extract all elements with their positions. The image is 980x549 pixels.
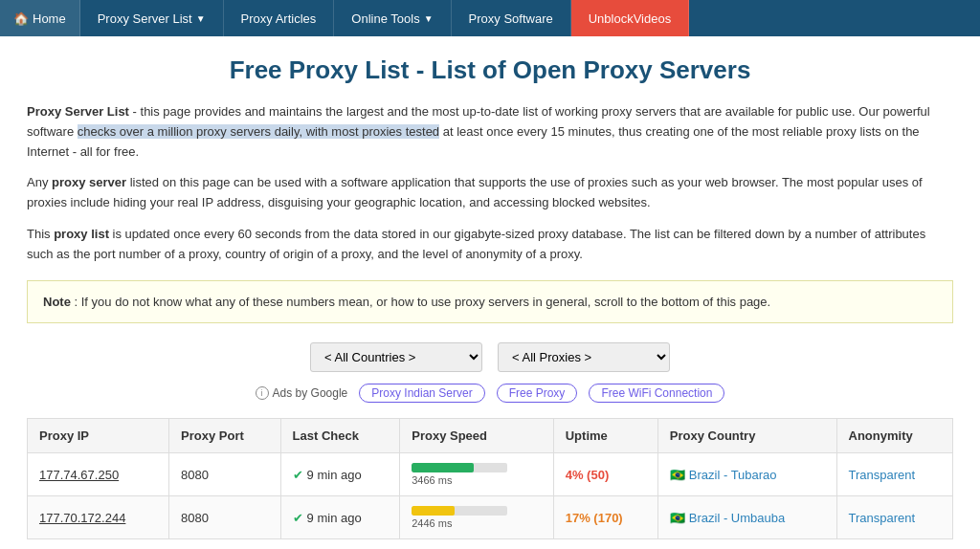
cell-country: 🇧🇷Brazil - Tubarao xyxy=(657,453,836,496)
intro-paragraph-2: Any proxy server listed on this page can… xyxy=(27,173,953,213)
ads-row: i Ads by Google Proxy Indian Server Free… xyxy=(27,384,953,403)
ad-link-free-wifi[interactable]: Free WiFi Connection xyxy=(589,384,724,403)
note-text: : If you do not know what any of these n… xyxy=(75,295,771,309)
speed-bar-fill xyxy=(412,506,455,516)
cell-ip: 177.74.67.250 xyxy=(28,453,169,496)
ip-link[interactable]: 177.70.172.244 xyxy=(39,511,125,525)
nav-online-tools-label: Online Tools xyxy=(351,11,419,26)
intro-2-post: listed on this page can be used with a s… xyxy=(27,175,923,209)
country-flag: 🇧🇷 xyxy=(670,511,685,525)
intro-1-bold: Proxy Server List xyxy=(27,104,129,119)
proxy-table: Proxy IP Proxy Port Last Check Proxy Spe… xyxy=(27,418,953,539)
speed-label: 2446 ms xyxy=(412,517,541,529)
ip-link[interactable]: 177.74.67.250 xyxy=(39,468,119,482)
cell-country: 🇧🇷Brazil - Umbauba xyxy=(657,496,836,539)
intro-paragraph-1: Proxy Server List - this page provides a… xyxy=(27,102,953,162)
nav-online-tools[interactable]: Online Tools ▼ xyxy=(334,0,451,36)
nav-proxy-software-label: Proxy Software xyxy=(469,11,553,26)
table-header: Proxy IP Proxy Port Last Check Proxy Spe… xyxy=(28,419,953,453)
nav-proxy-server-list-label: Proxy Server List xyxy=(98,11,192,26)
th-anonymity: Anonymity xyxy=(836,419,952,453)
cell-anonymity: Transparent xyxy=(836,453,952,496)
table-row: 177.70.172.2448080✔9 min ago 2446 ms 17%… xyxy=(28,496,953,539)
note-box: Note : If you do not know what any of th… xyxy=(27,280,953,324)
nav-proxy-server-list[interactable]: Proxy Server List ▼ xyxy=(80,0,224,36)
ad-link-free-proxy[interactable]: Free Proxy xyxy=(497,384,578,403)
anonymity-link[interactable]: Transparent xyxy=(849,468,916,482)
info-icon: i xyxy=(256,386,269,400)
page-title: Free Proxy List - List of Open Proxy Ser… xyxy=(27,55,953,85)
anonymity-link[interactable]: Transparent xyxy=(849,511,916,525)
speed-bar-bg xyxy=(412,463,507,472)
country-flag: 🇧🇷 xyxy=(670,468,685,482)
table-row: 177.74.67.2508080✔9 min ago 3466 ms 4% (… xyxy=(28,453,953,496)
speed-bar-bg xyxy=(412,506,507,516)
intro-paragraph-3: This proxy list is updated once every 60… xyxy=(27,225,953,265)
ads-label: i Ads by Google xyxy=(256,386,348,400)
checkmark-icon: ✔ xyxy=(293,468,303,482)
chevron-down-icon: ▼ xyxy=(196,13,206,24)
nav-home[interactable]: 🏠 Home xyxy=(0,0,80,36)
cell-speed: 2446 ms xyxy=(400,496,553,539)
speed-label: 3466 ms xyxy=(412,474,541,486)
country-filter[interactable]: < All Countries > United States Brazil I… xyxy=(310,342,482,372)
chevron-down-icon-2: ▼ xyxy=(424,13,434,24)
ad-link-proxy-indian-server[interactable]: Proxy Indian Server xyxy=(359,384,484,403)
cell-speed: 3466 ms xyxy=(400,453,553,496)
proxy-type-filter[interactable]: < All Proxies > Transparent Anonymous El… xyxy=(498,342,670,372)
cell-last-check: ✔9 min ago xyxy=(280,453,400,496)
speed-bar-wrap: 2446 ms xyxy=(412,506,541,529)
nav-proxy-articles-label: Proxy Articles xyxy=(241,11,317,26)
nav-home-label: Home xyxy=(33,11,66,26)
cell-port: 8080 xyxy=(169,496,281,539)
intro-3-pre: This xyxy=(27,227,54,241)
main-nav: 🏠 Home Proxy Server List ▼ Proxy Article… xyxy=(0,0,980,36)
nav-unblock-videos[interactable]: UnblockVideos xyxy=(571,0,689,36)
nav-proxy-software[interactable]: Proxy Software xyxy=(452,0,571,36)
proxy-table-body: 177.74.67.2508080✔9 min ago 3466 ms 4% (… xyxy=(28,453,953,539)
country-link[interactable]: Brazil - Umbauba xyxy=(689,511,785,525)
th-uptime: Uptime xyxy=(553,419,657,453)
speed-bar-wrap: 3466 ms xyxy=(412,463,541,486)
table-header-row: Proxy IP Proxy Port Last Check Proxy Spe… xyxy=(28,419,953,453)
main-content: Free Proxy List - List of Open Proxy Ser… xyxy=(11,36,969,549)
th-proxy-country: Proxy Country xyxy=(657,419,836,453)
intro-2-pre: Any xyxy=(27,175,52,189)
nav-unblock-videos-label: UnblockVideos xyxy=(589,11,671,26)
home-icon: 🏠 xyxy=(13,11,29,26)
uptime-value: 4% (50) xyxy=(566,468,610,482)
th-proxy-speed: Proxy Speed xyxy=(400,419,553,453)
nav-proxy-articles[interactable]: Proxy Articles xyxy=(224,0,335,36)
cell-last-check: ✔9 min ago xyxy=(280,496,400,539)
ads-by-google-text: Ads by Google xyxy=(273,386,348,400)
cell-uptime: 17% (170) xyxy=(553,496,657,539)
th-last-check: Last Check xyxy=(280,419,400,453)
filter-row: < All Countries > United States Brazil I… xyxy=(27,342,953,372)
th-proxy-ip: Proxy IP xyxy=(28,419,169,453)
th-proxy-port: Proxy Port xyxy=(169,419,281,453)
intro-3-bold: proxy list xyxy=(54,227,109,241)
note-label: Note xyxy=(43,295,71,309)
checkmark-icon: ✔ xyxy=(293,511,303,525)
speed-bar-fill xyxy=(412,463,474,472)
intro-2-bold: proxy server xyxy=(52,175,126,189)
cell-anonymity: Transparent xyxy=(836,496,952,539)
cell-port: 8080 xyxy=(169,453,281,496)
cell-ip: 177.70.172.244 xyxy=(28,496,169,539)
cell-uptime: 4% (50) xyxy=(553,453,657,496)
intro-3-post: is updated once every 60 seconds from th… xyxy=(27,227,925,261)
intro-1-highlight: checks over a million proxy servers dail… xyxy=(78,124,439,139)
country-link[interactable]: Brazil - Tubarao xyxy=(689,468,777,482)
uptime-value: 17% (170) xyxy=(566,511,623,525)
